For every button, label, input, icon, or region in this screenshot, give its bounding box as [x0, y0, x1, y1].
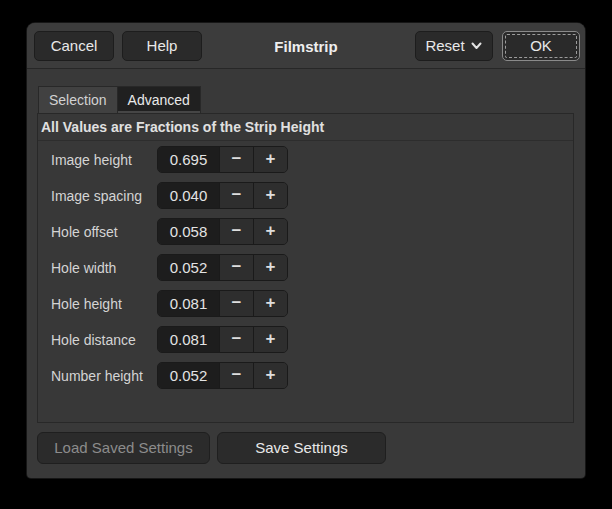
- field-rows: Image height 0.695 − + Image spacing 0.0…: [38, 141, 573, 389]
- hole-distance-input[interactable]: 0.081: [158, 327, 219, 352]
- hole-offset-decrement-button[interactable]: −: [219, 219, 253, 244]
- tab-selection[interactable]: Selection: [38, 86, 118, 114]
- field-row-hole-distance: Hole distance 0.081 − +: [51, 326, 573, 353]
- image-height-spinbox: 0.695 − +: [157, 146, 288, 173]
- hole-offset-label: Hole offset: [51, 224, 157, 240]
- hole-width-increment-button[interactable]: +: [253, 255, 287, 280]
- hole-distance-label: Hole distance: [51, 332, 157, 348]
- filmstrip-dialog: Filmstrip Cancel Help Reset OK Selection…: [27, 23, 585, 478]
- image-spacing-spinbox: 0.040 − +: [157, 182, 288, 209]
- hole-offset-increment-button[interactable]: +: [253, 219, 287, 244]
- load-saved-settings-button[interactable]: Load Saved Settings: [37, 432, 210, 464]
- field-row-hole-width: Hole width 0.052 − +: [51, 254, 573, 281]
- hole-height-decrement-button[interactable]: −: [219, 291, 253, 316]
- number-height-decrement-button[interactable]: −: [219, 363, 253, 388]
- hole-distance-spinbox: 0.081 − +: [157, 326, 288, 353]
- hole-width-spinbox: 0.052 − +: [157, 254, 288, 281]
- field-row-number-height: Number height 0.052 − +: [51, 362, 573, 389]
- hole-width-input[interactable]: 0.052: [158, 255, 219, 280]
- image-spacing-label: Image spacing: [51, 188, 157, 204]
- reset-button[interactable]: Reset: [415, 31, 493, 61]
- hole-distance-increment-button[interactable]: +: [253, 327, 287, 352]
- hole-height-spinbox: 0.081 − +: [157, 290, 288, 317]
- image-spacing-increment-button[interactable]: +: [253, 183, 287, 208]
- hole-height-increment-button[interactable]: +: [253, 291, 287, 316]
- advanced-panel: All Values are Fractions of the Strip He…: [37, 113, 574, 423]
- hole-offset-spinbox: 0.058 − +: [157, 218, 288, 245]
- image-height-decrement-button[interactable]: −: [219, 147, 253, 172]
- hole-height-label: Hole height: [51, 296, 157, 312]
- number-height-input[interactable]: 0.052: [158, 363, 219, 388]
- ok-button[interactable]: OK: [502, 31, 580, 61]
- image-spacing-decrement-button[interactable]: −: [219, 183, 253, 208]
- hole-width-label: Hole width: [51, 260, 157, 276]
- image-height-increment-button[interactable]: +: [253, 147, 287, 172]
- image-spacing-input[interactable]: 0.040: [158, 183, 219, 208]
- hole-height-input[interactable]: 0.081: [158, 291, 219, 316]
- image-height-input[interactable]: 0.695: [158, 147, 219, 172]
- headerbar: Filmstrip Cancel Help Reset OK: [27, 23, 585, 69]
- save-settings-button[interactable]: Save Settings: [217, 432, 386, 464]
- field-row-image-height: Image height 0.695 − +: [51, 146, 573, 173]
- tab-bar: Selection Advanced: [38, 86, 201, 114]
- field-row-hole-height: Hole height 0.081 − +: [51, 290, 573, 317]
- number-height-label: Number height: [51, 368, 157, 384]
- hole-width-decrement-button[interactable]: −: [219, 255, 253, 280]
- field-row-image-spacing: Image spacing 0.040 − +: [51, 182, 573, 209]
- screen: Filmstrip Cancel Help Reset OK Selection…: [0, 0, 612, 509]
- cancel-button[interactable]: Cancel: [34, 31, 114, 61]
- help-button[interactable]: Help: [122, 31, 202, 61]
- hole-offset-input[interactable]: 0.058: [158, 219, 219, 244]
- number-height-increment-button[interactable]: +: [253, 363, 287, 388]
- number-height-spinbox: 0.052 − +: [157, 362, 288, 389]
- hole-distance-decrement-button[interactable]: −: [219, 327, 253, 352]
- field-row-hole-offset: Hole offset 0.058 − +: [51, 218, 573, 245]
- reset-button-label: Reset: [425, 32, 464, 60]
- panel-heading: All Values are Fractions of the Strip He…: [38, 114, 573, 141]
- tab-advanced[interactable]: Advanced: [118, 86, 201, 114]
- chevron-down-icon: [470, 33, 483, 61]
- image-height-label: Image height: [51, 152, 157, 168]
